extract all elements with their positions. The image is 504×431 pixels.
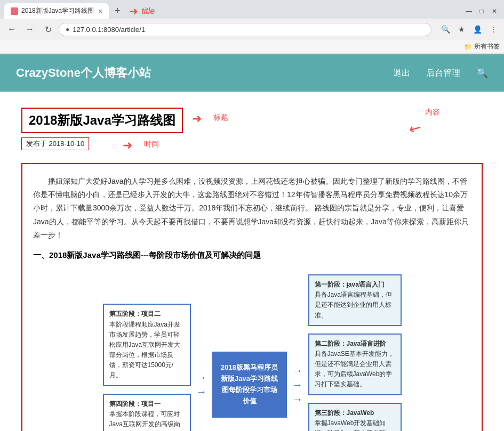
nav-search-icon[interactable]: 🔍 [476, 67, 488, 79]
diagram-center-text: 2018版黑马程序员新版Java学习路线图每阶段学习市场价值 [221, 363, 278, 404]
article-title: 2018新版Java学习路线图 [29, 113, 175, 127]
stage-4-desc: 掌握本阶段课程，可应对Java互联网开发的高级岗位，根据市场反馈数据来看，薪资可… [109, 409, 185, 431]
left-arrows: → → [196, 371, 207, 398]
title-annotation-arrow-icon: ➜ [192, 112, 202, 126]
content-annotation-arrow-icon: ↙ [405, 117, 425, 139]
arrow-right-middle-icon: → [292, 379, 303, 391]
minimize-button[interactable]: — [463, 6, 474, 17]
stage-5-desc: 本阶段课程顺应Java开发市场发展趋势，学员可轻松应用Java互联网开发大部分岗… [109, 320, 185, 381]
browser-tab[interactable]: 2018新版Java学习路线图 × [4, 3, 109, 19]
diagram-left: 第五阶段：项目二 本阶段课程顺应Java开发市场发展趋势，学员可轻松应用Java… [103, 304, 191, 431]
profile-icon[interactable]: 👤 [471, 23, 484, 36]
new-tab-button[interactable]: + [111, 5, 124, 18]
title-row: 2018新版Java学习路线图 ➜ 标题 内容 ↙ [21, 108, 483, 133]
maximize-button[interactable]: □ [476, 6, 487, 17]
stage-2-title: 第二阶段：Java语言进阶 [315, 339, 395, 349]
stage-1-title: 第一阶段：java语言入门 [315, 280, 395, 290]
article-date: 发布于 2018-10-10 [21, 137, 89, 150]
url-display: 127.0.0.1:8080/article/1 [73, 26, 425, 34]
admin-link[interactable]: 后台管理 [426, 68, 460, 79]
arrow-left-top-icon: → [196, 371, 207, 384]
page-content: CrazyStone个人博客小站 退出 后台管理 🔍 2018新版Java学习路… [0, 54, 504, 431]
title-annotation-group: ➜ title [129, 5, 155, 18]
article-intro: 播妞深知广大爱好Java的人学习是多么困难，没视频没资源，上网花钱还老担心被骗。… [33, 175, 471, 242]
section-title: 一、2018新版Java学习路线图---每阶段市场价值及可解决的问题 [33, 250, 471, 261]
refresh-button[interactable]: ↻ [41, 22, 55, 37]
arrow-left-bottom-icon: → [196, 386, 207, 398]
address-bar[interactable]: ● 127.0.0.1:8080/article/1 [59, 23, 431, 36]
folder-icon: 📁 [464, 43, 472, 51]
diagram-right: 第一阶段：java语言入门 具备Java语言编程基础，但是还不能达到企业的用人标… [308, 274, 402, 431]
article-title-box: 2018新版Java学习路线图 [21, 108, 183, 133]
site-nav: 退出 后台管理 🔍 [393, 67, 488, 79]
time-annotation-text: 时间 [144, 140, 159, 149]
stage-3-title: 第三阶段：JavaWeb [315, 408, 395, 418]
stage-1-box: 第一阶段：java语言入门 具备Java语言编程基础，但是还不能达到企业的用人标… [308, 274, 402, 326]
stage-4-title: 第四阶段：项目一 [109, 399, 185, 409]
tab-favicon [11, 7, 18, 15]
back-button[interactable]: ← [4, 22, 19, 37]
site-title: CrazyStone个人博客小站 [16, 65, 151, 81]
browser-chrome: 2018新版Java学习路线图 × + ➜ title — □ ✕ ← → ↻ … [0, 0, 504, 54]
browser-titlebar: 2018新版Java学习路线图 × + ➜ title — □ ✕ [0, 0, 504, 19]
title-annotation-label: title [141, 6, 155, 16]
time-annotation-arrow-icon: ➜ [123, 139, 132, 152]
toolbar-icons: 🔍 ★ 👤 ⋮ [439, 23, 500, 36]
diagram: 第五阶段：项目二 本阶段课程顺应Java开发市场发展趋势，学员可轻松应用Java… [33, 269, 471, 431]
right-arrows: → → → [292, 364, 303, 405]
content-annotation-text: 内容 [425, 108, 440, 117]
stage-1-desc: 具备Java语言编程基础，但是还不能达到企业的用人标准。 [315, 290, 395, 321]
stage-5-box: 第五阶段：项目二 本阶段课程顺应Java开发市场发展趋势，学员可轻松应用Java… [103, 304, 191, 386]
lock-icon: ● [66, 26, 69, 33]
bookmarks-label[interactable]: 📁 所有书签 [464, 42, 500, 51]
stage-3-box: 第三阶段：JavaWeb 掌握JavaWeb开发基础知识，熟悉Java基本开发环… [308, 403, 402, 431]
article-wrapper: 2018新版Java学习路线图 ➜ 标题 内容 ↙ 发布于 2018-10-10… [0, 92, 504, 431]
bookmarks-text: 所有书签 [474, 42, 500, 51]
article-title-group: 2018新版Java学习路线图 [21, 108, 183, 133]
close-button[interactable]: ✕ [489, 6, 500, 17]
tab-close-button[interactable]: × [98, 7, 102, 15]
arrow-right-bottom-icon: → [292, 393, 303, 405]
title-arrow-icon: ➜ [129, 5, 138, 18]
content-box: 播妞深知广大爱好Java的人学习是多么困难，没视频没资源，上网花钱还老担心被骗。… [21, 163, 483, 431]
window-controls: — □ ✕ [463, 6, 500, 17]
logout-link[interactable]: 退出 [393, 68, 410, 79]
search-icon[interactable]: 🔍 [439, 23, 452, 36]
diagram-center: 2018版黑马程序员新版Java学习路线图每阶段学习市场价值 [212, 352, 287, 417]
site-header: CrazyStone个人博客小站 退出 后台管理 🔍 [0, 54, 504, 92]
tab-title: 2018新版Java学习路线图 [21, 6, 94, 15]
forward-button[interactable]: → [22, 22, 37, 37]
menu-icon[interactable]: ⋮ [487, 23, 500, 36]
browser-toolbar: ← → ↻ ● 127.0.0.1:8080/article/1 🔍 ★ 👤 ⋮ [0, 19, 504, 40]
stage-5-title: 第五阶段：项目二 [109, 309, 185, 319]
stage-2-desc: 具备JavaSE基本开发能力，但是还不能满足企业用人需求，可为后续JavaWeb… [315, 349, 395, 390]
date-row: 发布于 2018-10-10 ➜ 时间 [21, 137, 483, 150]
stage-3-desc: 掌握JavaWeb开发基础知识，熟悉Java基本开发环境，熟悉项目管理工具使及L… [315, 418, 395, 431]
bookmarks-bar: 📁 所有书签 [0, 40, 504, 54]
stage-4-box: 第四阶段：项目一 掌握本阶段课程，可应对Java互联网开发的高级岗位，根据市场反… [103, 394, 191, 431]
title-annotation-text: 标题 [213, 113, 228, 123]
stage-2-box: 第二阶段：Java语言进阶 具备JavaSE基本开发能力，但是还不能满足企业用人… [308, 334, 402, 395]
arrow-right-top-icon: → [292, 364, 303, 377]
bookmark-star-icon[interactable]: ★ [455, 23, 468, 36]
